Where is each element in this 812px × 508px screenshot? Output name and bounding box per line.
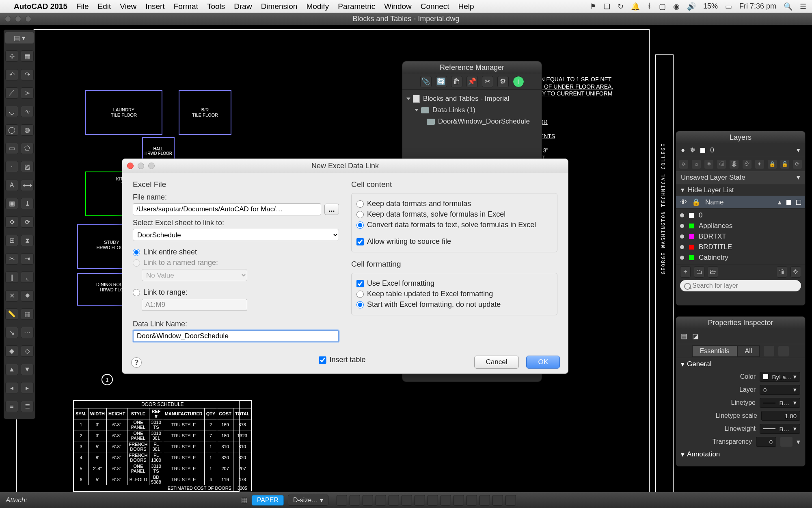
range-field[interactable]	[142, 299, 247, 311]
tool-block-icon[interactable]: ▣	[5, 198, 18, 209]
cc-opt1-radio[interactable]	[356, 200, 364, 208]
status-icon[interactable]	[454, 495, 464, 506]
tool-offset-icon[interactable]: ∥	[5, 271, 18, 283]
menu-draw[interactable]: Draw	[234, 2, 252, 11]
layers-title[interactable]: Layers	[676, 131, 805, 143]
layout-grid-icon[interactable]: ▦	[241, 496, 248, 504]
tool-ellipse-icon[interactable]: ◍	[21, 124, 34, 136]
val-linetype[interactable]: B…▾	[760, 398, 800, 408]
menu-extras-icon[interactable]: ☰	[800, 2, 806, 11]
new-layer-icon[interactable]: ＋	[680, 266, 691, 278]
tab-essentials[interactable]: Essentials	[692, 345, 737, 357]
disclosure-icon[interactable]: ▾	[681, 186, 685, 194]
tool-move-icon[interactable]: ✢	[5, 50, 18, 62]
browse-button[interactable]: ...	[324, 204, 339, 215]
cc-opt3-radio[interactable]	[356, 221, 364, 229]
tool-redo-icon[interactable]: ↷	[21, 69, 34, 80]
layers-palette[interactable]: Layers ● ❄ 0 ▾ ⛭ ☼ ❅ ⛆ ⛇ ⛈ ✦ 🔒 🔓 ⟳ Unsav…	[676, 131, 806, 306]
tool-explode-icon[interactable]: ✷	[21, 290, 34, 302]
refmgr-attach-icon[interactable]: 📎	[420, 76, 432, 87]
layer-tool-icon[interactable]: 🔒	[768, 160, 777, 169]
battery-icon[interactable]: ▭	[725, 2, 732, 11]
layer-folder-icon[interactable]: 🗀	[694, 266, 704, 278]
tool-hatch-icon[interactable]: ▨	[21, 161, 34, 172]
status-icon[interactable]	[428, 495, 438, 506]
tool-polyline-icon[interactable]: ≻	[21, 87, 34, 99]
val-color[interactable]: ByLa…▾	[760, 372, 800, 382]
eye-icon[interactable]: 👁	[680, 198, 687, 206]
tool-table-icon[interactable]: ▦	[21, 308, 34, 320]
refmgr-datalinks[interactable]: Data Links (1)	[432, 106, 475, 114]
tool-measure-icon[interactable]: 📏	[5, 308, 18, 320]
layer-tool-icon[interactable]: ⛆	[717, 160, 726, 169]
layer-row[interactable]: Appliances	[680, 221, 801, 231]
tool-rotate-icon[interactable]: ⟳	[21, 216, 34, 228]
volume-icon[interactable]: 🔊	[687, 2, 696, 11]
properties-inspector-palette[interactable]: Properties Inspector ▤ ◪ Essentials All …	[676, 316, 806, 467]
tool-circle-icon[interactable]: ◯	[5, 124, 18, 136]
refmgr-title[interactable]: Reference Manager	[402, 61, 542, 74]
layer-tool-icon[interactable]: ⛈	[743, 160, 752, 169]
refmgr-detach-icon[interactable]: 🗑	[451, 76, 462, 87]
menu-window[interactable]: Window	[384, 2, 412, 11]
layer-tool-icon[interactable]: ☼	[692, 160, 701, 169]
menu-file[interactable]: File	[76, 2, 89, 11]
cc-opt2-radio[interactable]	[356, 211, 364, 218]
layer-search-input[interactable]	[680, 280, 801, 291]
refmgr-settings-icon[interactable]: ⚙	[497, 76, 509, 87]
tool-arc-icon[interactable]: ◡	[5, 106, 18, 117]
dropdown-icon[interactable]: ▾	[797, 173, 800, 182]
status-icon[interactable]	[505, 495, 516, 506]
zoom-icon[interactable]	[25, 16, 31, 22]
spotlight-icon[interactable]: 🔍	[784, 2, 793, 11]
tool-rect-icon[interactable]: ▭	[5, 143, 18, 154]
cf-opt2-radio[interactable]	[356, 301, 364, 308]
layer-row[interactable]: BDRTXT	[680, 231, 801, 242]
tool-erase-icon[interactable]: ✕	[5, 290, 18, 302]
tool-fillet-icon[interactable]: ◟	[21, 271, 34, 283]
layer-tool-icon[interactable]: ✦	[755, 160, 764, 169]
tool-x5-icon[interactable]: ◂	[5, 382, 18, 393]
layer-row[interactable]: Cabinetry	[680, 252, 801, 263]
menu-connect[interactable]: Connect	[421, 2, 449, 11]
layer-tool-icon[interactable]: ⛇	[730, 160, 739, 169]
val-lineweight[interactable]: B…▾	[760, 424, 800, 434]
props-tab-icon1[interactable]: ▤	[681, 332, 687, 341]
battery-percent[interactable]: 15%	[703, 2, 718, 11]
menu-dimension[interactable]: Dimension	[261, 2, 298, 11]
refmgr-clip-icon[interactable]: ✂	[482, 76, 493, 87]
tool-x6-icon[interactable]: ▸	[21, 382, 34, 393]
refmgr-reload-icon[interactable]: 🔄	[436, 76, 447, 87]
status-icon[interactable]	[479, 495, 490, 506]
tool-text-icon[interactable]: A	[5, 180, 18, 191]
allow-write-check[interactable]	[356, 238, 364, 245]
app-name[interactable]: AutoCAD 2015	[14, 2, 67, 11]
status-icon[interactable]	[389, 495, 399, 506]
bell-icon[interactable]: 🔔	[631, 2, 640, 11]
menu-format[interactable]: Format	[174, 2, 198, 11]
tool-leader-icon[interactable]: ↘	[5, 327, 18, 338]
link-range-radio[interactable]	[133, 289, 140, 296]
tool-dim-icon[interactable]: ⟷	[21, 180, 34, 191]
refmgr-info-icon[interactable]: i	[513, 76, 524, 87]
wifi-icon[interactable]: ◉	[673, 2, 680, 11]
name-col[interactable]: Name	[705, 198, 773, 206]
val-ltscale[interactable]: 1.00	[761, 411, 800, 421]
layer-delete-icon[interactable]: 🗑	[777, 266, 787, 278]
val-layer[interactable]: 0▾	[760, 385, 800, 395]
menu-modify[interactable]: Modify	[306, 2, 329, 11]
status-icon[interactable]	[376, 495, 386, 506]
status-icon[interactable]	[466, 495, 477, 506]
disclosure-icon[interactable]	[406, 98, 410, 100]
lightbulb-icon[interactable]: ●	[681, 146, 685, 154]
file-path-field[interactable]	[133, 203, 321, 215]
tool-x1-icon[interactable]: ◆	[5, 345, 18, 357]
layer-tool-icon[interactable]: ⛭	[679, 160, 688, 169]
layer-tool-icon[interactable]: 🔓	[780, 160, 789, 169]
tool-undo-icon[interactable]: ↶	[5, 69, 18, 80]
status-icon[interactable]	[402, 495, 412, 506]
menu-help[interactable]: Help	[458, 2, 474, 11]
dropdown-icon[interactable]: ▾	[797, 146, 800, 154]
layer-row[interactable]: 0	[680, 210, 801, 221]
minimize-icon[interactable]	[15, 16, 21, 22]
